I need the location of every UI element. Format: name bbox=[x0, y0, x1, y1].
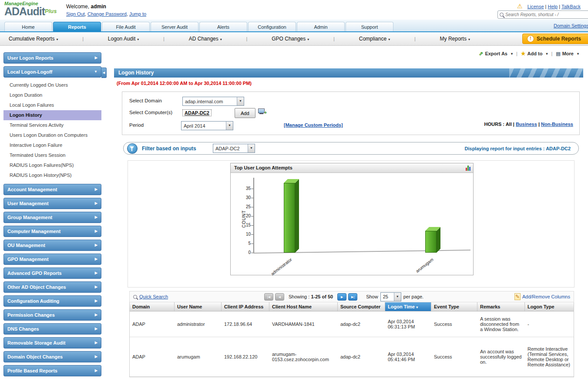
subnav-item-compliance[interactable]: Compliance▾ bbox=[359, 36, 390, 42]
sidebar-item-currently-logged-on-users[interactable]: Currently Logged On Users bbox=[3, 80, 101, 90]
schedule-icon: ! bbox=[527, 35, 534, 42]
subnav-item-logon-audit[interactable]: Logon Audit▾ bbox=[108, 36, 139, 42]
schedule-reports-button[interactable]: ! Schedule Reports bbox=[522, 34, 588, 44]
sidebar-item-terminal-services-activity[interactable]: Terminal Services Activity bbox=[3, 120, 101, 130]
tab-configuration[interactable]: Configuration bbox=[248, 22, 296, 31]
next-page-button[interactable]: ▶ bbox=[337, 293, 346, 301]
sidebar-section-group-management[interactable]: Group Management▶ bbox=[3, 212, 101, 223]
displaying-report-text: Displaying report for input entries : AD… bbox=[465, 146, 571, 151]
page-size-select[interactable]: 25 ▼ bbox=[380, 292, 401, 301]
filter-input-select[interactable]: ADAP-DC2 ▼ bbox=[213, 144, 255, 153]
sidebar-section-configuration-auditing[interactable]: Configuration Auditing▶ bbox=[3, 295, 101, 307]
manage-custom-periods-link[interactable]: [Manage Custom Periods] bbox=[284, 122, 343, 128]
sidebar-section-domain-object-changes[interactable]: Domain Object Changes▶ bbox=[3, 351, 101, 362]
filter-icon bbox=[127, 143, 138, 154]
column-header-source-computer[interactable]: Source Computer bbox=[338, 302, 385, 311]
sidebar-section-other-ad-object-changes[interactable]: Other AD Object Changes▶ bbox=[3, 281, 101, 293]
chart-title: Top User Logon Attempts bbox=[234, 165, 292, 170]
top-header: ManageEngine ADAuditPlus Welcome, admin … bbox=[0, 0, 588, 20]
column-header-logon-type[interactable]: Logon Type bbox=[525, 302, 574, 311]
sidebar-section-user-management[interactable]: User Management▶ bbox=[3, 198, 101, 209]
sidebar-section-account-management[interactable]: Account Management▶ bbox=[3, 184, 101, 195]
selected-computer-token[interactable]: ADAP-DC2 bbox=[182, 109, 212, 116]
jump-to-link[interactable]: Jump to bbox=[129, 11, 146, 17]
column-header-client-host-name[interactable]: Client Host Name bbox=[269, 302, 338, 311]
subnav-item-gpo-changes[interactable]: GPO Changes▾ bbox=[272, 36, 309, 42]
sign-out-link[interactable]: Sign Out bbox=[66, 11, 85, 17]
column-header-logon-time[interactable]: Logon Time▾ bbox=[385, 302, 431, 311]
hours-non-business-link[interactable]: Non-Business bbox=[541, 122, 573, 127]
tab-file-audit[interactable]: File Audit bbox=[102, 22, 150, 31]
sidebar-item-radius-logon-history-nps[interactable]: RADIUS Logon History(NPS) bbox=[3, 170, 101, 180]
sidebar-section-local-logon-logoff[interactable]: Local Logon-Logoff▼ bbox=[3, 66, 101, 78]
y-tick-mark bbox=[251, 244, 253, 244]
subnav-item-ad-changes[interactable]: AD Changes▾ bbox=[189, 36, 222, 42]
sidebar: User Logon Reports▶Local Logon-Logoff▼Cu… bbox=[3, 52, 101, 379]
add-computer-button[interactable]: Add bbox=[235, 108, 255, 118]
change-password-link[interactable]: Change Password bbox=[87, 11, 127, 17]
column-header-client-ip-address[interactable]: Client IP Address bbox=[222, 302, 269, 311]
sidebar-item-interactive-logon-failure[interactable]: Interactive Logon Failure bbox=[3, 140, 101, 150]
tab-admin[interactable]: Admin bbox=[297, 22, 345, 31]
period-select[interactable]: April 2014 ▼ bbox=[181, 121, 233, 130]
sidebar-item-terminated-users-session[interactable]: Terminated Users Session bbox=[3, 150, 101, 160]
warning-icon[interactable]: ⚠ bbox=[517, 3, 523, 10]
cell-source-computer: adap-dc2 bbox=[338, 337, 385, 376]
hours-all-option[interactable]: All bbox=[506, 122, 512, 127]
domain-settings-link[interactable]: Domain Settings bbox=[554, 23, 588, 28]
talkback-link[interactable]: TalkBack bbox=[561, 4, 581, 9]
tab-reports[interactable]: Reports bbox=[53, 22, 101, 31]
browse-computers-icon[interactable]: + bbox=[258, 108, 266, 115]
grid-controls: Quick Search |◀ ◀ Showing : 1-25 of 50 ▶… bbox=[129, 291, 574, 302]
subnav-item-my-reports[interactable]: My Reports▾ bbox=[440, 36, 470, 42]
quick-search-link[interactable]: Quick Search bbox=[133, 294, 175, 299]
domain-select[interactable]: adap.internal.com ▼ bbox=[182, 97, 244, 106]
sidebar-item-logon-history[interactable]: Logon History bbox=[3, 110, 101, 120]
sidebar-item-logon-duration[interactable]: Logon Duration bbox=[3, 90, 101, 100]
per-page-label: per page. bbox=[403, 294, 423, 299]
export-as-button[interactable]: ⇗ Export As ▾ bbox=[479, 51, 513, 57]
sidebar-collapse-handle[interactable]: ◀ bbox=[101, 68, 107, 78]
sidebar-section-permission-changes[interactable]: Permission Changes▶ bbox=[3, 309, 101, 321]
chart-panel: Top User Logon Attempts COUNT 0510152025… bbox=[128, 160, 575, 288]
add-to-button[interactable]: ★ Add to ▾ bbox=[521, 51, 548, 57]
sidebar-section-advanced-gpo-reports[interactable]: Advanced GPO Reports▶ bbox=[3, 267, 101, 279]
chevron-right-icon: ▶ bbox=[95, 338, 97, 348]
last-page-button[interactable]: ▶| bbox=[348, 293, 357, 301]
subnav-separator: | bbox=[333, 36, 335, 41]
y-tick-label: 5 bbox=[242, 241, 251, 246]
sidebar-item-radius-logon-failures-nps[interactable]: RADIUS Logon Failures(NPS) bbox=[3, 160, 101, 170]
sidebar-section-removable-storage-audit[interactable]: Removable Storage Audit▶ bbox=[3, 337, 101, 349]
sidebar-section-ou-management[interactable]: OU Management▶ bbox=[3, 240, 101, 251]
sidebar-section-computer-management[interactable]: Computer Management▶ bbox=[3, 226, 101, 237]
subnav-item-cumulative-reports[interactable]: Cumulative Reports▾ bbox=[9, 36, 58, 42]
first-page-button[interactable]: |◀ bbox=[264, 293, 273, 301]
tab-support[interactable]: Support bbox=[346, 22, 393, 31]
sidebar-item-users-logon-duration-on-computers[interactable]: Users Logon Duration on Computers bbox=[3, 130, 101, 140]
column-header-event-type[interactable]: Event Type bbox=[431, 302, 477, 311]
y-tick-mark bbox=[251, 189, 253, 189]
add-remove-columns-link[interactable]: ✎ Add/Remove Columns bbox=[514, 293, 570, 300]
column-header-remarks[interactable]: Remarks bbox=[477, 302, 525, 311]
search-input[interactable] bbox=[505, 12, 588, 17]
chart-type-icon[interactable] bbox=[466, 165, 470, 171]
help-link[interactable]: Help bbox=[548, 4, 558, 9]
mini-bar bbox=[466, 168, 467, 171]
tab-alerts[interactable]: Alerts bbox=[199, 22, 247, 31]
period-label: Period bbox=[129, 122, 144, 128]
sidebar-section-dns-changes[interactable]: DNS Changes▶ bbox=[3, 323, 101, 335]
tab-server-audit[interactable]: Server Audit bbox=[151, 22, 198, 31]
sidebar-section-profile-based-reports[interactable]: Profile Based Reports▶ bbox=[3, 365, 101, 376]
license-link[interactable]: License bbox=[528, 4, 544, 9]
more-button[interactable]: ▤ More ▾ bbox=[556, 51, 579, 57]
chevron-down-icon: ▾ bbox=[220, 37, 222, 41]
column-header-user-name[interactable]: User Name bbox=[175, 302, 222, 311]
prev-page-button[interactable]: ◀ bbox=[275, 293, 284, 301]
hours-business-link[interactable]: Business bbox=[516, 122, 537, 127]
global-search[interactable] bbox=[497, 10, 588, 19]
column-header-domain[interactable]: Domain bbox=[130, 302, 175, 311]
sidebar-section-gpo-management[interactable]: GPO Management▶ bbox=[3, 254, 101, 265]
sidebar-section-user-logon-reports[interactable]: User Logon Reports▶ bbox=[3, 52, 101, 64]
tab-home[interactable]: Home bbox=[4, 22, 52, 31]
sidebar-item-local-logon-failures[interactable]: Local Logon Failures bbox=[3, 100, 101, 110]
